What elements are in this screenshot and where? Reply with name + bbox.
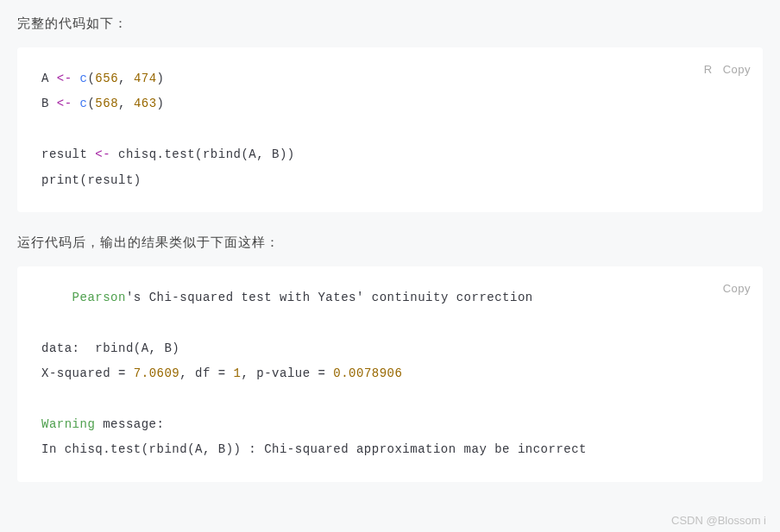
output-line: data: rbind(A, B) <box>41 336 739 361</box>
code-line <box>41 117 739 142</box>
article-content: 完整的代码如下： R Copy A <- c(656, 474) B <- c(… <box>0 0 780 513</box>
code-line: B <- c(568, 463) <box>41 91 739 116</box>
code-block-2: Copy Pearson's Chi-squared test with Yat… <box>17 266 763 482</box>
intro-paragraph-2: 运行代码后，输出的结果类似于下面这样： <box>17 235 763 251</box>
copy-button[interactable]: Copy <box>723 277 751 300</box>
watermark: CSDN @Blossom i <box>671 514 766 527</box>
output-line: Pearson's Chi-squared test with Yates' c… <box>41 285 739 310</box>
code-block-1: R Copy A <- c(656, 474) B <- c(568, 463)… <box>17 47 763 212</box>
intro-paragraph-1: 完整的代码如下： <box>17 16 763 32</box>
output-line <box>41 310 739 335</box>
code-line: A <- c(656, 474) <box>41 66 739 91</box>
copy-button[interactable]: Copy <box>723 58 751 81</box>
code-block-header: R Copy <box>704 58 751 81</box>
output-line: Warning message: <box>41 412 739 437</box>
output-line: X-squared = 7.0609, df = 1, p-value = 0.… <box>41 361 739 386</box>
code-line: result <- chisq.test(rbind(A, B)) <box>41 142 739 167</box>
code-line: print(result) <box>41 168 739 193</box>
code-block-header: Copy <box>723 277 751 300</box>
output-line: In chisq.test(rbind(A, B)) : Chi-squared… <box>41 437 739 462</box>
code-language-label: R <box>704 58 713 81</box>
output-line <box>41 387 739 412</box>
